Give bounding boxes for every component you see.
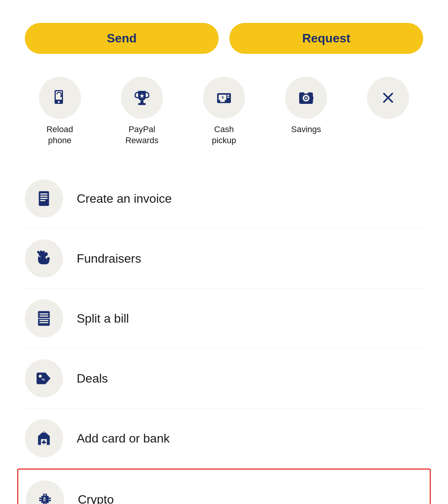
- crypto-label: Crypto: [78, 493, 114, 504]
- svg-rect-5: [138, 103, 146, 105]
- svg-rect-11: [227, 97, 229, 98]
- svg-point-16: [305, 97, 307, 99]
- quick-action-cash-pickup[interactable]: $ Cashpickup: [189, 77, 259, 146]
- svg-rect-10: [227, 95, 229, 96]
- request-button[interactable]: Request: [229, 23, 423, 54]
- deals-label: Deals: [77, 372, 108, 386]
- quick-action-paypal-rewards[interactable]: PayPalRewards: [107, 77, 177, 146]
- svg-rect-41: [45, 494, 47, 496]
- split-bill-label: Split a bill: [77, 312, 129, 326]
- svg-rect-9: [220, 100, 225, 102]
- cash-pickup-icon-circle: $: [203, 77, 245, 119]
- deals-icon-circle: %: [25, 359, 63, 397]
- create-invoice-label: Create an invoice: [77, 192, 172, 206]
- svg-rect-31: [40, 322, 48, 323]
- svg-rect-28: [40, 316, 48, 317]
- savings-icon: [297, 89, 315, 107]
- list-item-crypto[interactable]: ₿ Crypto: [17, 468, 431, 504]
- add-card-icon-circle: [25, 419, 63, 457]
- invoice-icon: [35, 190, 53, 207]
- split-bill-icon: [35, 310, 53, 327]
- svg-rect-38: [42, 432, 45, 433]
- svg-rect-37: [42, 442, 46, 443]
- list-section: Create an invoice Fundraisers: [25, 169, 423, 504]
- svg-text:$: $: [222, 95, 224, 99]
- svg-text:₿: ₿: [43, 497, 46, 502]
- svg-text:%: %: [42, 377, 45, 381]
- cash-pickup-label: Cashpickup: [212, 124, 236, 146]
- savings-icon-circle: [285, 77, 327, 119]
- cash-pickup-icon: $: [215, 89, 233, 107]
- crypto-icon: ₿: [36, 491, 54, 504]
- list-item-add-card-bank[interactable]: Add card or bank: [25, 409, 423, 468]
- trophy-icon: [133, 89, 151, 107]
- svg-rect-18: [304, 92, 308, 94]
- fundraisers-label: Fundraisers: [77, 252, 141, 266]
- svg-rect-46: [49, 498, 51, 499]
- svg-rect-25: [40, 200, 45, 201]
- savings-label: Savings: [291, 124, 321, 135]
- list-item-deals[interactable]: % Deals: [25, 349, 423, 409]
- paypal-rewards-label: PayPalRewards: [125, 124, 158, 146]
- svg-rect-30: [40, 320, 48, 321]
- svg-rect-23: [40, 196, 47, 197]
- list-item-create-invoice[interactable]: Create an invoice: [25, 169, 423, 229]
- crypto-icon-circle: ₿: [26, 480, 64, 504]
- reload-phone-label: Reloadphone: [47, 124, 73, 146]
- fundraisers-icon: [35, 250, 53, 267]
- top-buttons-row: Send Request: [25, 23, 423, 54]
- quick-action-reload-phone[interactable]: Reloadphone: [25, 77, 95, 146]
- svg-rect-22: [40, 194, 47, 195]
- quick-action-savings[interactable]: Savings: [271, 77, 341, 135]
- svg-rect-40: [43, 494, 45, 496]
- split-bill-icon-circle: [25, 299, 63, 338]
- svg-rect-4: [140, 101, 143, 103]
- svg-rect-17: [312, 96, 313, 100]
- add-card-icon: [35, 430, 53, 447]
- quick-action-close[interactable]: [353, 77, 423, 124]
- list-item-split-bill[interactable]: Split a bill: [25, 289, 423, 349]
- close-icon-circle: [367, 77, 409, 119]
- add-card-bank-label: Add card or bank: [77, 431, 170, 446]
- svg-rect-27: [40, 313, 48, 315]
- svg-point-32: [39, 375, 42, 378]
- svg-point-2: [58, 101, 60, 103]
- phone-reload-icon: [51, 89, 69, 107]
- send-button[interactable]: Send: [25, 23, 219, 54]
- svg-rect-44: [39, 498, 42, 499]
- svg-rect-45: [39, 500, 42, 501]
- quick-actions-row: Reloadphone PayPalRewards: [25, 77, 423, 146]
- list-item-fundraisers[interactable]: Fundraisers: [25, 229, 423, 289]
- paypal-rewards-icon-circle: [121, 77, 163, 119]
- invoice-icon-circle: [25, 179, 63, 218]
- svg-rect-47: [49, 500, 51, 501]
- close-icon: [379, 89, 397, 107]
- fundraisers-icon-circle: [25, 239, 63, 278]
- deals-icon: %: [35, 370, 53, 387]
- main-container: Send Request Reloadphone: [0, 0, 448, 504]
- reload-phone-icon-circle: [39, 77, 81, 119]
- svg-rect-24: [40, 198, 47, 199]
